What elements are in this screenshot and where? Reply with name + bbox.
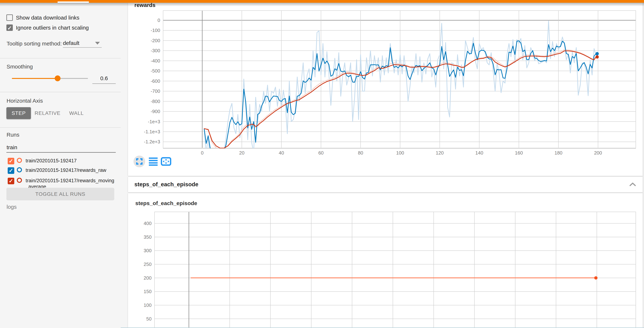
- steps-section-header[interactable]: steps_of_each_episode: [128, 177, 643, 192]
- fit-domain-icon[interactable]: [160, 156, 172, 167]
- active-tab-underline: [58, 1, 89, 3]
- smoothing-value: 0.6: [92, 75, 116, 81]
- run-row[interactable]: ✓train/20201015-192417/rewards_raw: [0, 167, 121, 179]
- svg-text:-1.2e+3: -1.2e+3: [144, 139, 160, 145]
- svg-text:20: 20: [239, 150, 244, 156]
- svg-text:250: 250: [144, 262, 152, 267]
- svg-text:50: 50: [146, 316, 152, 322]
- smoothing-label: Smoothing: [6, 64, 33, 70]
- svg-text:160: 160: [515, 150, 523, 156]
- axis-option-step[interactable]: STEP: [6, 107, 31, 119]
- collapse-chevron-icon[interactable]: [629, 181, 637, 188]
- svg-text:350: 350: [144, 234, 152, 240]
- svg-text:-500: -500: [151, 68, 160, 74]
- show-download-links-label: Show data download links: [16, 14, 79, 21]
- smoothing-value-underline: [92, 83, 116, 84]
- steps-chart-card: steps_of_each_episode 400350300250200150…: [128, 193, 643, 328]
- settings-sidebar: Show data download links ✓ Ignore outlie…: [0, 3, 121, 328]
- svg-text:-900: -900: [151, 109, 160, 114]
- chevron-down-icon: [95, 42, 100, 45]
- steps-chart[interactable]: 40035030025020015010050: [128, 193, 643, 328]
- data-table-icon[interactable]: [148, 156, 159, 167]
- run-checkbox-icon[interactable]: ✓: [8, 178, 14, 184]
- divider: [0, 127, 121, 128]
- svg-text:100: 100: [144, 303, 152, 308]
- divider: [0, 92, 121, 92]
- tooltip-sorting-select[interactable]: default: [63, 40, 102, 48]
- run-radio-icon[interactable]: [17, 178, 22, 183]
- svg-text:180: 180: [554, 150, 562, 156]
- slider-fill: [12, 78, 58, 79]
- checkbox-unchecked-icon[interactable]: [6, 14, 13, 21]
- svg-text:140: 140: [476, 150, 483, 156]
- svg-text:60: 60: [318, 150, 324, 156]
- ignore-outliers-row[interactable]: ✓ Ignore outliers in chart scaling: [0, 24, 121, 32]
- checkbox-checked-icon[interactable]: ✓: [6, 24, 13, 31]
- smoothing-slider[interactable]: [12, 78, 88, 79]
- svg-text:0: 0: [201, 150, 204, 156]
- svg-text:100: 100: [396, 150, 404, 156]
- runs-label: Runs: [6, 132, 20, 138]
- svg-text:-400: -400: [151, 58, 160, 64]
- svg-text:300: 300: [144, 248, 152, 253]
- slider-knob[interactable]: [55, 75, 60, 81]
- section-title: steps_of_each_episode: [134, 181, 198, 188]
- tooltip-sorting-value: default: [63, 40, 79, 46]
- svg-text:200: 200: [144, 275, 152, 281]
- tooltip-sorting-label: Tooltip sorting method:: [6, 40, 62, 47]
- chart-toolbar: [134, 156, 181, 172]
- svg-text:-100: -100: [151, 27, 160, 33]
- fullscreen-icon[interactable]: [134, 156, 145, 167]
- show-download-links-row[interactable]: Show data download links: [0, 14, 121, 22]
- run-checkbox-icon[interactable]: ✓: [8, 167, 14, 174]
- svg-text:200: 200: [594, 150, 602, 156]
- axis-option-wall[interactable]: WALL: [66, 107, 87, 119]
- run-radio-icon[interactable]: [17, 167, 22, 172]
- rewards-card: rewards 0-100-200-300-400-500-600-700-80…: [128, 3, 643, 176]
- svg-text:-300: -300: [151, 48, 160, 53]
- svg-text:-1.1e+3: -1.1e+3: [144, 129, 160, 134]
- axis-option-relative[interactable]: RELATIVE: [29, 107, 66, 119]
- svg-text:-700: -700: [151, 88, 160, 94]
- svg-text:40: 40: [279, 150, 284, 156]
- svg-text:-1e+3: -1e+3: [148, 119, 160, 124]
- run-checkbox-icon[interactable]: ✓: [8, 158, 14, 164]
- dashboard-main: rewards 0-100-200-300-400-500-600-700-80…: [128, 0, 643, 328]
- svg-text:-200: -200: [151, 38, 160, 43]
- run-label: train/20201015-192417/rewards_raw: [26, 167, 117, 173]
- svg-text:80: 80: [358, 150, 363, 156]
- run-filter-underline: [6, 152, 116, 153]
- run-filter-input[interactable]: train: [6, 144, 17, 151]
- run-label: train/20201015-192417: [26, 158, 117, 164]
- logs-label: logs: [6, 204, 17, 210]
- toggle-all-runs-button[interactable]: TOGGLE ALL RUNS: [6, 188, 114, 200]
- svg-text:-800: -800: [151, 99, 160, 104]
- ignore-outliers-label: Ignore outliers in chart scaling: [16, 24, 89, 31]
- horizontal-axis-label: Horizontal Axis: [6, 98, 43, 104]
- svg-text:150: 150: [144, 289, 152, 294]
- svg-text:400: 400: [144, 221, 152, 226]
- rewards-chart[interactable]: 0-100-200-300-400-500-600-700-800-900-1e…: [128, 3, 643, 176]
- svg-text:0: 0: [158, 17, 160, 23]
- svg-text:120: 120: [436, 150, 444, 156]
- top-toolbar: [0, 0, 644, 3]
- divider: [0, 58, 121, 58]
- run-radio-icon[interactable]: [17, 158, 22, 163]
- scrollbar[interactable]: [642, 3, 644, 328]
- svg-text:-600: -600: [151, 78, 160, 84]
- select-underline: [63, 47, 102, 48]
